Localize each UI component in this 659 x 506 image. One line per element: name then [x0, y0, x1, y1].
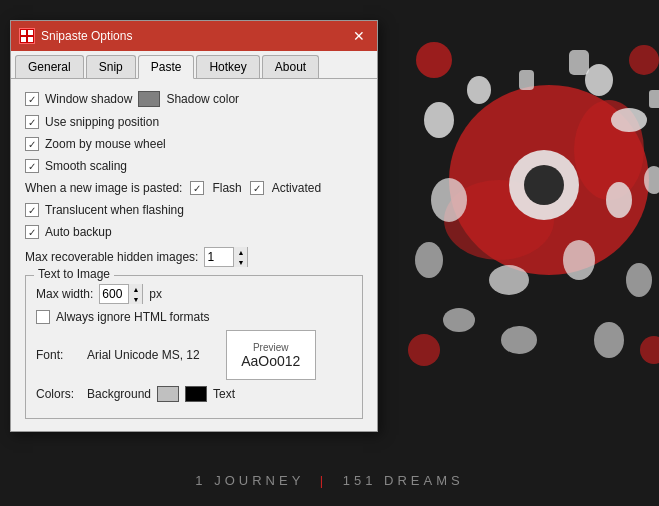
use-snipping-checkbox[interactable] — [25, 115, 39, 129]
new-image-row: When a new image is pasted: Flash Activa… — [25, 181, 363, 195]
shadow-color-swatch[interactable] — [138, 91, 160, 107]
tab-about[interactable]: About — [262, 55, 319, 78]
smooth-scaling-checkbox[interactable] — [25, 159, 39, 173]
preview-box: Preview AaOo012 — [226, 330, 316, 380]
use-snipping-row: Use snipping position — [25, 115, 363, 129]
spinbox-down[interactable]: ▼ — [234, 257, 247, 267]
when-new-image-label: When a new image is pasted: — [25, 181, 182, 195]
always-ignore-checkbox[interactable] — [36, 310, 50, 324]
svg-point-12 — [489, 265, 529, 295]
max-width-row: Max width: 600 ▲ ▼ px — [36, 284, 352, 304]
max-width-down[interactable]: ▼ — [129, 294, 142, 304]
text-color-label: Text — [213, 387, 235, 401]
translucent-checkbox[interactable] — [25, 203, 39, 217]
titlebar: Snipaste Options ✕ — [11, 21, 377, 51]
svg-point-25 — [629, 45, 659, 75]
svg-point-8 — [467, 76, 491, 104]
flash-checkbox[interactable] — [190, 181, 204, 195]
svg-point-13 — [563, 240, 595, 280]
svg-point-15 — [415, 242, 443, 278]
svg-rect-21 — [569, 50, 589, 75]
background-color-swatch[interactable] — [157, 386, 179, 402]
zoom-wheel-row: Zoom by mouse wheel — [25, 137, 363, 151]
svg-rect-31 — [28, 37, 33, 42]
px-label: px — [149, 287, 162, 301]
max-recoverable-spinbox[interactable]: 1 ▲ ▼ — [204, 247, 248, 267]
font-row: Font: Arial Unicode MS, 12 Preview AaOo0… — [36, 330, 352, 380]
svg-point-27 — [408, 334, 440, 366]
auto-backup-checkbox[interactable] — [25, 225, 39, 239]
max-width-up[interactable]: ▲ — [129, 284, 142, 294]
background-art — [349, 0, 659, 460]
flash-label: Flash — [212, 181, 241, 195]
shadow-color-label: Shadow color — [166, 92, 239, 106]
titlebar-left: Snipaste Options — [19, 28, 132, 44]
tab-paste[interactable]: Paste — [138, 55, 195, 79]
use-snipping-label: Use snipping position — [45, 115, 159, 129]
dialog-title: Snipaste Options — [41, 29, 132, 43]
max-width-spinbox[interactable]: 600 ▲ ▼ — [99, 284, 143, 304]
translucent-label: Translucent when flashing — [45, 203, 184, 217]
svg-point-9 — [585, 64, 613, 96]
translucent-row: Translucent when flashing — [25, 203, 363, 217]
window-shadow-label: Window shadow — [45, 92, 132, 106]
always-ignore-row: Always ignore HTML formats — [36, 310, 352, 324]
max-recoverable-input[interactable]: 1 — [205, 250, 233, 264]
font-label-text: Font: — [36, 348, 81, 362]
dreams-text: 151 DREAMS — [343, 473, 464, 488]
auto-backup-label: Auto backup — [45, 225, 112, 239]
max-width-spinbox-arrows: ▲ ▼ — [128, 284, 142, 304]
close-button[interactable]: ✕ — [349, 26, 369, 46]
smooth-scaling-label: Smooth scaling — [45, 159, 127, 173]
svg-point-16 — [626, 263, 652, 297]
activated-label: Activated — [272, 181, 321, 195]
zoom-wheel-checkbox[interactable] — [25, 137, 39, 151]
svg-rect-30 — [21, 37, 26, 42]
bottom-text: 1 JOURNEY | 151 DREAMS — [0, 473, 659, 488]
group-title: Text to Image — [34, 267, 114, 281]
zoom-wheel-label: Zoom by mouse wheel — [45, 137, 166, 151]
tab-general[interactable]: General — [15, 55, 84, 78]
app-icon — [19, 28, 35, 44]
svg-point-10 — [611, 108, 647, 132]
svg-point-19 — [594, 322, 624, 358]
tab-snip[interactable]: Snip — [86, 55, 136, 78]
pipe-separator: | — [320, 473, 327, 488]
background-label: Background — [87, 387, 151, 401]
text-to-image-group: Text to Image Max width: 600 ▲ ▼ px Alwa… — [25, 275, 363, 419]
text-color-swatch[interactable] — [185, 386, 207, 402]
svg-point-6 — [524, 165, 564, 205]
spinbox-arrows: ▲ ▼ — [233, 247, 247, 267]
font-value: Arial Unicode MS, 12 — [87, 348, 200, 362]
svg-point-20 — [443, 308, 475, 332]
svg-point-7 — [424, 102, 454, 138]
svg-rect-23 — [649, 90, 659, 108]
svg-point-14 — [431, 178, 467, 222]
svg-rect-29 — [28, 30, 33, 35]
svg-point-11 — [606, 182, 632, 218]
window-shadow-checkbox[interactable] — [25, 92, 39, 106]
preview-title: Preview — [253, 342, 289, 353]
svg-rect-28 — [21, 30, 26, 35]
smooth-scaling-row: Smooth scaling — [25, 159, 363, 173]
max-recoverable-label: Max recoverable hidden images: — [25, 250, 198, 264]
colors-row: Colors: Background Text — [36, 386, 352, 402]
preview-sample: AaOo012 — [241, 353, 300, 369]
window-shadow-row: Window shadow Shadow color — [25, 91, 363, 107]
tab-hotkey[interactable]: Hotkey — [196, 55, 259, 78]
activated-checkbox[interactable] — [250, 181, 264, 195]
always-ignore-label: Always ignore HTML formats — [56, 310, 210, 324]
svg-point-18 — [501, 326, 537, 354]
max-width-input[interactable]: 600 — [100, 287, 128, 301]
max-recoverable-row: Max recoverable hidden images: 1 ▲ ▼ — [25, 247, 363, 267]
journey-text: 1 JOURNEY — [195, 473, 304, 488]
content-area: Window shadow Shadow color Use snipping … — [11, 79, 377, 431]
svg-rect-22 — [519, 70, 534, 90]
spinbox-up[interactable]: ▲ — [234, 247, 247, 257]
max-width-label: Max width: — [36, 287, 93, 301]
colors-label: Colors: — [36, 387, 81, 401]
tab-bar: General Snip Paste Hotkey About — [11, 51, 377, 79]
auto-backup-row: Auto backup — [25, 225, 363, 239]
svg-point-24 — [416, 42, 452, 78]
options-dialog: Snipaste Options ✕ General Snip Paste Ho… — [10, 20, 378, 432]
